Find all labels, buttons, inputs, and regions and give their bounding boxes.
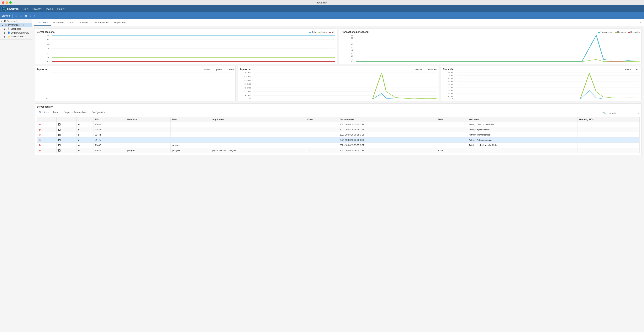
tab-close-button[interactable]: ×: [639, 21, 642, 25]
svg-text:700: 700: [447, 78, 454, 79]
legend-total: Total: [309, 31, 316, 33]
cell-state: active: [436, 148, 467, 153]
table-row: ⊗ ■ ▶ 21444 2021-10-08 15:35:05 CST: [37, 132, 640, 137]
svg-text:200: 200: [447, 93, 454, 95]
expand-arrow-servers[interactable]: ▼: [1, 20, 3, 22]
block-io-chart: 900 800 700 600 500 400 300 200 100 0: [443, 72, 640, 99]
activity-tab-locks[interactable]: Locks: [51, 110, 62, 115]
sessions-table-header: PID Database User Application Client Bac…: [37, 117, 640, 122]
tab-properties[interactable]: Properties: [51, 20, 67, 26]
svg-text:9: 9: [351, 35, 353, 36]
svg-text:6: 6: [47, 35, 50, 36]
cell-user: postgres: [170, 148, 211, 153]
legend-commits: Commits: [615, 31, 626, 33]
col-application: Application: [210, 117, 306, 122]
expand-arrow-postgresql[interactable]: ▼: [2, 24, 4, 26]
server-sessions-legend: Total Active Idle: [309, 31, 335, 33]
tab-sql[interactable]: SQL: [66, 20, 76, 26]
refresh-icon[interactable]: ↻: [637, 111, 640, 115]
tab-dependencies[interactable]: Dependencies: [91, 20, 112, 26]
tab-statistics[interactable]: Statistics: [76, 20, 91, 26]
menu-help[interactable]: Help ▾: [56, 7, 66, 11]
table-row: ⊗ ■ ▶ 21447 postgres 2021-10-08 15:35:05…: [37, 143, 640, 148]
sidebar-scrollbar[interactable]: [0, 39, 32, 40]
minimize-button[interactable]: [6, 1, 8, 4]
cell-pid: 21626: [93, 148, 126, 153]
activity-tab-configuration[interactable]: Configuration: [90, 110, 108, 115]
window-controls[interactable]: [2, 1, 12, 4]
row-expand-btn[interactable]: ▶: [76, 143, 93, 148]
terminal-icon[interactable]: >_: [33, 14, 38, 18]
tuples-out-legend: Fetched Returned: [413, 68, 437, 71]
svg-text:0: 0: [47, 60, 50, 62]
svg-text:2: 2: [351, 55, 353, 57]
sidebar-item-tablespaces[interactable]: ▶ 📁 Tablespaces: [0, 35, 32, 39]
sidebar-item-login-roles[interactable]: ▶ 👤 Login/Group Role: [0, 31, 32, 35]
cell-database: [126, 132, 170, 137]
row-expand-btn[interactable]: ▶: [76, 122, 93, 127]
col-controls-1: [37, 117, 57, 122]
app-name: pgAdmin: [7, 7, 19, 11]
legend-active: Active: [318, 31, 327, 33]
cell-blocking-pids: [578, 137, 640, 143]
row-expand-btn[interactable]: ▶: [76, 132, 93, 137]
properties-icon[interactable]: ⊠: [24, 14, 28, 18]
cell-wait-event: Activity: WalWriterMain: [467, 132, 578, 137]
menu-object[interactable]: Object ▾: [31, 7, 43, 11]
svg-text:1: 1: [351, 58, 353, 60]
server-sessions-title: Server sessions: [37, 31, 54, 33]
activity-tab-sessions[interactable]: Sessions: [37, 110, 51, 115]
roles-icon: 👤: [7, 32, 10, 34]
menu-file[interactable]: File ▾: [21, 7, 30, 11]
svg-text:800: 800: [447, 74, 454, 76]
databases-label: Databases: [10, 28, 22, 30]
cell-database: postgres: [126, 148, 170, 153]
close-button[interactable]: [2, 1, 4, 4]
sidebar-item-databases[interactable]: ▶ 🗄 Databases: [0, 27, 32, 31]
cell-backend-start: 2021-10-08 15:35:05 CST: [338, 137, 436, 143]
tab-bar: Dashboard Properties SQL Statistics Depe…: [32, 19, 644, 26]
cell-application: [210, 132, 306, 137]
menu-tools[interactable]: Tools ▾: [44, 7, 55, 11]
legend-rollbacks: Rollbacks: [628, 31, 640, 33]
search-icon[interactable]: ⌕: [29, 14, 32, 18]
expand-arrow-tablespaces[interactable]: ▶: [4, 36, 6, 38]
row-terminate: ⊗: [37, 132, 57, 137]
tuples-in-panel: Tuples in Inserts Updates Delete 1 0: [35, 66, 236, 101]
svg-text:1: 1: [46, 72, 48, 74]
table-row: ⊗ ■ ▶ 21443 2021-10-08 15:35:05 CST: [37, 127, 640, 132]
sidebar-item-postgresql[interactable]: ▼ 🐘 PostgreSQL 13: [0, 23, 32, 27]
expand-arrow-roles[interactable]: ▶: [4, 32, 6, 34]
tab-dashboard[interactable]: Dashboard: [34, 20, 51, 26]
row-expand-btn[interactable]: ▶: [76, 127, 93, 132]
col-backend-start: Backend start: [338, 117, 436, 122]
transactions-legend: Transactions Commits Rollbacks: [598, 31, 640, 33]
server-activity-panel: Server activity Sessions Locks Prepared …: [35, 103, 642, 155]
cell-database: [126, 137, 170, 143]
row-expand-btn[interactable]: ▶: [76, 148, 93, 153]
cell-application: [210, 127, 306, 132]
tab-dependents[interactable]: Dependents: [112, 20, 129, 26]
svg-text:400: 400: [244, 83, 251, 85]
cell-wait-event: [467, 148, 578, 153]
grid-view-icon[interactable]: ⊞: [14, 14, 18, 18]
search-input[interactable]: [607, 111, 636, 115]
server-activity-title: Server activity: [37, 106, 640, 108]
legend-returned: Returned: [425, 68, 436, 71]
cell-state: [436, 122, 467, 127]
row-expand-btn[interactable]: ▶: [76, 137, 93, 143]
sidebar-item-servers[interactable]: ▼ 🖥 Servers (1): [0, 19, 32, 23]
block-io-title: Block I/O: [443, 68, 453, 71]
header-row: PID Database User Application Client Bac…: [37, 117, 640, 122]
expand-arrow-databases[interactable]: ▶: [4, 28, 6, 30]
cell-user: [170, 132, 211, 137]
row-cancel: ■: [57, 127, 76, 132]
activity-tab-prepared-transactions[interactable]: Prepared Transactions: [62, 110, 90, 115]
cell-state: [436, 127, 467, 132]
svg-text:3: 3: [47, 48, 50, 50]
main-layout: ▼ 🖥 Servers (1) ▼ 🐘 PostgreSQL 13 ▶ 🗄 Da…: [0, 19, 644, 332]
cell-client: [306, 137, 338, 143]
table-icon[interactable]: ⊟: [19, 14, 23, 18]
cell-application: [210, 137, 306, 143]
maximize-button[interactable]: [9, 1, 12, 4]
